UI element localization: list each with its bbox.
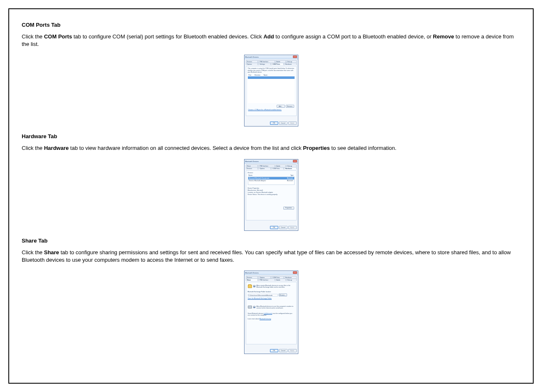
dialog-comports: Bluetooth Devices Devices PIM Interface … xyxy=(244,55,298,126)
dialog-titlebar: Bluetooth Devices xyxy=(245,55,298,59)
note-pre: Some Bluetooth devices xyxy=(248,313,264,314)
add-button[interactable]: Add... xyxy=(277,105,285,108)
dialog-tabs-row2: Share PIM Interface Audio Dial-up xyxy=(245,278,298,282)
learn-more-row: Learn more about Bluetooth sharing xyxy=(248,318,295,320)
tab-hardware[interactable]: Hardware xyxy=(284,63,297,65)
tab-pim[interactable]: PIM Interface xyxy=(258,278,275,281)
ok-button[interactable]: OK xyxy=(270,349,278,352)
text-fragment: tab to configure sharing permissions and… xyxy=(22,249,511,263)
cancel-button[interactable]: Cancel xyxy=(279,349,287,352)
dialog-titlebar: Bluetooth Devices xyxy=(245,271,298,275)
text-fragment: Click the xyxy=(22,33,44,40)
remove-button[interactable]: Remove xyxy=(286,105,294,108)
allow-modem-label: Allow Bluetooth devices to use this comp… xyxy=(257,306,295,309)
hardware-screenshot: Bluetooth Devices Share PIM Interface Au… xyxy=(22,159,520,231)
close-icon[interactable] xyxy=(293,56,297,58)
apply-button[interactable]: Apply xyxy=(288,349,297,352)
share-note: Some Bluetooth devices (cell phones) mus… xyxy=(248,313,295,316)
bold-hardware: Hardware xyxy=(44,145,68,151)
bluetooth-sharing-link[interactable]: Bluetooth sharing xyxy=(260,318,271,320)
device-type: Bluetooth xyxy=(287,180,293,182)
devices-label: Devices: xyxy=(248,172,295,174)
dialog-body: This computer is using the COM (serial) … xyxy=(246,66,297,116)
dialog-share: Bluetooth Devices Devices Options COM Po… xyxy=(244,271,298,354)
text-fragment: to see detailed information. xyxy=(330,145,396,151)
properties-button[interactable]: Properties xyxy=(283,207,294,210)
dialog-tabs-row1: Share PIM Interface Audio Dial-up xyxy=(245,164,298,167)
share-screenshot: Bluetooth Devices Devices Options COM Po… xyxy=(22,271,520,354)
comports-link[interactable]: Choose a COM port for a Bluetooth enable… xyxy=(248,109,295,111)
col-name: Name xyxy=(249,175,252,176)
col-port: Port xyxy=(249,74,251,76)
hardware-device-list[interactable]: Microsoft Bluetooth Enumerator Bluetooth… xyxy=(248,177,295,185)
bold-share: Share xyxy=(44,249,59,255)
dialog-body: Allow remote Bluetooth devices to access… xyxy=(246,282,297,344)
comports-selected-row[interactable] xyxy=(248,76,295,79)
apply-button[interactable]: Apply xyxy=(288,121,297,125)
close-icon[interactable] xyxy=(293,160,297,162)
device-name: Microsoft Bluetooth Enumerator xyxy=(249,177,270,179)
folder-icon xyxy=(248,285,252,288)
bold-remove: Remove xyxy=(433,33,454,40)
ok-button[interactable]: OK xyxy=(270,121,278,125)
text-fragment: to configure assign a COM port to a Blue… xyxy=(274,33,433,40)
bold-add: Add xyxy=(263,33,274,40)
apply-button[interactable]: Apply xyxy=(288,226,297,229)
comports-buttons: Add... Remove xyxy=(248,105,295,108)
learn-more-label: Learn more about xyxy=(248,318,260,320)
dialog-title: Bluetooth Devices xyxy=(245,160,259,162)
device-properties-block: Device Properties Manufacturer: Microsof… xyxy=(248,187,295,196)
allow-files-label: Allow remote Bluetooth devices to access… xyxy=(257,285,295,288)
path-row: C:\Users\user1\Documents\Bluetooth Excha… xyxy=(248,293,295,296)
open-exchange-folder-link[interactable]: Open the Bluetooth Exchange Folder xyxy=(248,298,272,299)
share-files-row: Allow remote Bluetooth devices to access… xyxy=(248,285,295,288)
tab-settings[interactable]: Settings xyxy=(258,63,271,65)
tab-options[interactable]: Options xyxy=(246,63,258,65)
share-heading: Share Tab xyxy=(22,238,520,244)
tab-dialup[interactable]: Dial-up xyxy=(286,278,297,281)
tab-comports[interactable]: COM Ports xyxy=(271,167,284,169)
close-icon[interactable] xyxy=(293,271,297,274)
ok-button[interactable]: OK xyxy=(270,226,278,229)
tab-share[interactable]: Share xyxy=(246,278,258,281)
modem-icon xyxy=(248,306,252,309)
allow-files-checkbox[interactable] xyxy=(253,285,255,287)
exchange-folder-label: Bluetooth Exchange Folder location: xyxy=(248,291,295,293)
text-fragment: Click the xyxy=(22,145,44,151)
cancel-button[interactable]: Cancel xyxy=(279,121,287,125)
tab-hardware[interactable]: Hardware xyxy=(284,167,297,169)
browse-button[interactable]: Browse... xyxy=(279,293,287,296)
col-name: Name xyxy=(264,74,267,76)
hardware-heading: Hardware Tab xyxy=(22,133,520,139)
cancel-button[interactable]: Cancel xyxy=(279,226,287,229)
tab-audio[interactable]: Audio xyxy=(275,278,286,281)
open-folder-row: Open the Bluetooth Exchange Folder xyxy=(248,298,295,300)
allow-modem-checkbox[interactable] xyxy=(253,306,255,308)
tab-options[interactable]: Options xyxy=(258,167,271,169)
comports-paragraph: Click the COM Ports tab to configure COM… xyxy=(22,33,520,48)
tab-comports[interactable]: COM Ports xyxy=(271,63,284,65)
device-type: Bluetooth xyxy=(287,177,293,179)
dialog-tabs-row1: Devices Options COM Ports Hardware xyxy=(245,275,298,278)
device-row[interactable]: Generic Bluetooth Adapter Bluetooth xyxy=(248,180,294,182)
bold-comports: COM Ports xyxy=(44,33,72,40)
bold-properties: Properties xyxy=(303,145,330,151)
dialog-body: Devices: Name Type Microsoft Bluetooth E… xyxy=(246,170,297,220)
share-paragraph: Click the Share tab to configure sharing… xyxy=(22,249,520,264)
text-fragment: tab to configure COM (serial) port setti… xyxy=(72,33,264,40)
cellphones-link[interactable]: (cell phones) xyxy=(264,313,272,314)
comports-heading: COM Ports Tab xyxy=(22,22,520,28)
dialog-title: Bluetooth Devices xyxy=(245,56,259,58)
dialog-footer: OK Cancel Apply xyxy=(246,225,297,229)
comports-screenshot: Bluetooth Devices Devices PIM Interface … xyxy=(22,55,520,126)
device-name: Generic Bluetooth Adapter xyxy=(249,180,266,182)
dialog-tabs-row2: Options Settings COM Ports Hardware xyxy=(245,63,298,66)
text-fragment: Click the xyxy=(22,249,44,255)
col-direction: Direction xyxy=(255,74,260,76)
dialog-footer: OK Cancel Apply xyxy=(246,121,297,125)
tab-devices[interactable]: Devices xyxy=(246,167,258,169)
comports-list[interactable] xyxy=(248,76,295,103)
document-page: COM Ports Tab Click the COM Ports tab to… xyxy=(8,8,534,384)
exchange-folder-path[interactable]: C:\Users\user1\Documents\Bluetooth Excha… xyxy=(248,294,278,296)
hardware-buttons: Properties xyxy=(248,207,295,210)
